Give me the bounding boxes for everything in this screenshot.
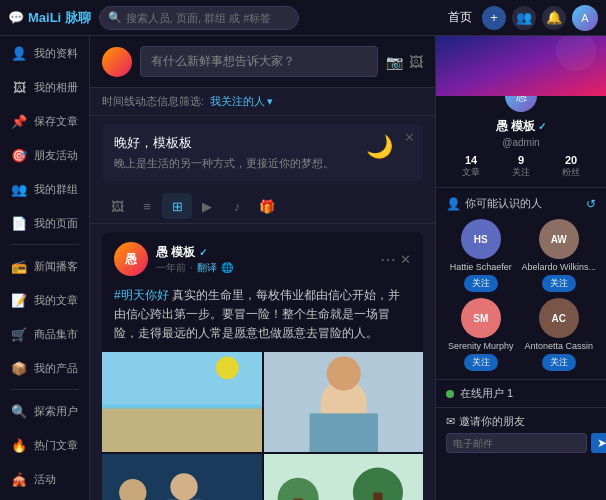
media-tab-list[interactable]: ≡ xyxy=(132,193,162,219)
invite-send-btn[interactable]: ➤ xyxy=(591,433,606,453)
sidebar-item-games[interactable]: 🎮 游戏 xyxy=(0,496,89,500)
post-action-menu: ⋯ ✕ xyxy=(380,250,411,269)
people-section-icon: 👤 xyxy=(446,197,461,211)
nav-add-btn[interactable]: + xyxy=(482,6,506,30)
sidebar-item-articles[interactable]: 📝 我的文章 xyxy=(0,283,89,317)
filter-link[interactable]: 我关注的人 ▾ xyxy=(210,94,273,109)
post-image-1[interactable] xyxy=(102,352,262,452)
media-tab-grid[interactable]: ⊞ xyxy=(162,193,192,219)
logo-icon: 💬 xyxy=(8,10,24,25)
svg-rect-1 xyxy=(102,407,262,451)
online-section: 在线用户 1 xyxy=(436,379,606,407)
profile-verified-icon: ✓ xyxy=(538,121,546,132)
articles-icon: 📝 xyxy=(10,291,28,309)
filter-bar-text: 时间线动态信息筛选: xyxy=(102,94,204,109)
sidebar-item-explore[interactable]: 🔍 探索用户 xyxy=(0,394,89,428)
svg-rect-7 xyxy=(309,413,377,452)
post-image-2[interactable] xyxy=(264,352,424,452)
post-close-icon[interactable]: ✕ xyxy=(400,252,411,267)
sidebar-item-trending[interactable]: 🔥 热门文章 xyxy=(0,428,89,462)
search-bar[interactable]: 🔍 xyxy=(99,6,299,30)
sidebar-item-profile[interactable]: 👤 我的资料 xyxy=(0,36,89,70)
sidebar-label-pages: 我的页面 xyxy=(34,216,78,231)
post-user-info: 愚 模板 ✓ 一年前 · 翻译 🌐 xyxy=(156,244,372,275)
album-icon: 🖼 xyxy=(10,78,28,96)
sidebar-item-groups[interactable]: 👥 我的群组 xyxy=(0,172,89,206)
follow-btn-1[interactable]: 关注 xyxy=(542,275,576,292)
news-icon: 📻 xyxy=(10,257,28,275)
nav-friends-btn[interactable]: 👥 xyxy=(512,6,536,30)
follow-btn-2[interactable]: 关注 xyxy=(464,354,498,371)
sidebar-item-news[interactable]: 📻 新闻播客 xyxy=(0,249,89,283)
center-feed: 有什么新鲜事想告诉大家？ 📷 🖼 时间线动态信息筛选: 我关注的人 ▾ ✕ 🌙 … xyxy=(90,36,436,500)
sidebar-label-trending: 热门文章 xyxy=(34,438,78,453)
sidebar-label-market: 商品集市 xyxy=(34,327,78,342)
post-card-avatar: 愚 xyxy=(114,242,148,276)
trending-icon: 🔥 xyxy=(10,436,28,454)
people-refresh-btn[interactable]: ↺ xyxy=(586,197,596,211)
verified-icon: ✓ xyxy=(199,247,207,258)
post-card: 愚 愚 模板 ✓ 一年前 · 翻译 🌐 ⋯ ✕ xyxy=(102,232,423,500)
sidebar-label-products: 我的产品 xyxy=(34,361,78,376)
svg-point-6 xyxy=(326,356,360,390)
media-tab-video[interactable]: ▶ xyxy=(192,193,222,219)
invite-email-input[interactable] xyxy=(446,433,587,453)
sidebar-label-album: 我的相册 xyxy=(34,80,78,95)
media-tabs: 🖼 ≡ ⊞ ▶ ♪ 🎁 xyxy=(90,189,435,224)
sidebar-label-friends-activity: 朋友活动 xyxy=(34,148,78,163)
stat-following: 9 关注 xyxy=(512,154,530,179)
profile-handle: @admin xyxy=(446,137,596,148)
profile-banner xyxy=(436,36,606,96)
stat-followers: 20 粉丝 xyxy=(562,154,580,179)
sidebar-item-saved[interactable]: 📌 保存文章 xyxy=(0,104,89,138)
person-name-2: Serenity Murphy xyxy=(446,341,515,351)
profile-icon: 👤 xyxy=(10,44,28,62)
svg-point-2 xyxy=(216,356,239,379)
sidebar-item-products[interactable]: 📦 我的产品 xyxy=(0,351,89,385)
sidebar-item-album[interactable]: 🖼 我的相册 xyxy=(0,70,89,104)
post-header: 愚 愚 模板 ✓ 一年前 · 翻译 🌐 ⋯ ✕ xyxy=(102,232,423,282)
image-upload-icon[interactable]: 🖼 xyxy=(409,54,423,70)
post-input-icons: 📷 🖼 xyxy=(386,54,423,70)
nav-home[interactable]: 首页 xyxy=(444,9,476,26)
sidebar-item-pages[interactable]: 📄 我的页面 xyxy=(0,206,89,240)
sidebar-label-explore: 探索用户 xyxy=(34,404,78,419)
camera-icon[interactable]: 📷 xyxy=(386,54,403,70)
sidebar-item-events[interactable]: 🎪 活动 xyxy=(0,462,89,496)
follow-btn-3[interactable]: 关注 xyxy=(542,354,576,371)
post-more-icon[interactable]: ⋯ xyxy=(380,250,396,269)
topbar-user-avatar[interactable]: A xyxy=(572,5,598,31)
stat-articles: 14 文章 xyxy=(462,154,480,179)
person-card-1: AW Abelardo Wilkins... 关注 xyxy=(521,219,596,292)
media-tab-gift[interactable]: 🎁 xyxy=(252,193,282,219)
profile-stats: 14 文章 9 关注 20 粉丝 xyxy=(446,148,596,179)
people-section-title: 👤 你可能认识的人 ↺ xyxy=(436,188,606,215)
saved-icon: 📌 xyxy=(10,112,28,130)
right-sidebar: 愚 愚 模板 ✓ @admin 14 文章 9 关注 20 粉丝 xyxy=(436,36,606,500)
sidebar-label-profile: 我的资料 xyxy=(34,46,78,61)
media-tab-music[interactable]: ♪ xyxy=(222,193,252,219)
post-hashtag[interactable]: #明天你好 xyxy=(114,288,169,302)
sidebar-item-market[interactable]: 🛒 商品集市 xyxy=(0,317,89,351)
post-user-meta: 一年前 · 翻译 🌐 xyxy=(156,261,372,275)
post-images xyxy=(102,352,423,500)
sidebar-divider-1 xyxy=(10,244,79,245)
people-grid: HS Hattie Schaefer 关注 AW Abelardo Wilkin… xyxy=(436,215,606,379)
post-input-placeholder[interactable]: 有什么新鲜事想告诉大家？ xyxy=(140,46,378,77)
post-image-3[interactable] xyxy=(102,454,262,500)
follow-btn-0[interactable]: 关注 xyxy=(464,275,498,292)
post-user-avatar xyxy=(102,47,132,77)
svg-rect-19 xyxy=(373,492,382,500)
chevron-down-icon: ▾ xyxy=(267,95,273,108)
filter-link-text: 我关注的人 xyxy=(210,94,265,109)
nav-notifications-btn[interactable]: 🔔 xyxy=(542,6,566,30)
person-avatar-3: AC xyxy=(539,298,579,338)
notification-close-btn[interactable]: ✕ xyxy=(404,130,415,145)
filter-bar: 时间线动态信息筛选: 我关注的人 ▾ xyxy=(90,88,435,116)
products-icon: 📦 xyxy=(10,359,28,377)
sidebar-item-friends-activity[interactable]: 🎯 朋友活动 xyxy=(0,138,89,172)
search-input[interactable] xyxy=(126,12,290,24)
post-image-4[interactable] xyxy=(264,454,424,500)
media-tab-photo[interactable]: 🖼 xyxy=(102,193,132,219)
online-label: 在线用户 1 xyxy=(460,386,513,401)
